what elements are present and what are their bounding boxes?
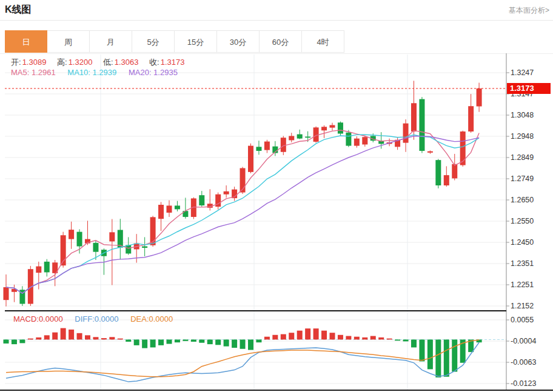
low-value: 1.3063 [115, 58, 139, 67]
svg-text:1.2351: 1.2351 [511, 259, 534, 268]
svg-text:1.2152: 1.2152 [511, 302, 534, 310]
open-label: 开: [11, 58, 21, 67]
last-price-badge: 1.3173 [507, 83, 551, 94]
high-value: 1.3200 [69, 58, 93, 67]
macd-value-legend: MACD:0.0000 [13, 314, 63, 324]
macd-legend: MACD:0.0000 DIFF:0.0000 DEA:0.0000 [13, 314, 183, 324]
svg-text:-0.0123: -0.0123 [511, 379, 536, 388]
ma10-legend: MA10: 1.2939 [67, 68, 116, 77]
ma5-legend: MA5: 1.2961 [11, 68, 56, 77]
diff-value-legend: DIFF:0.0000 [75, 314, 118, 324]
svg-text:1.2948: 1.2948 [511, 132, 534, 141]
dea-value-legend: DEA:0.0000 [130, 314, 173, 324]
high-label: 高: [57, 58, 67, 67]
svg-text:0.0055: 0.0055 [511, 316, 534, 324]
ma20-legend: MA20: 1.2935 [129, 68, 178, 77]
open-value: 1.3089 [22, 58, 47, 67]
svg-text:1.2251: 1.2251 [511, 281, 534, 289]
svg-text:1.2849: 1.2849 [511, 153, 534, 162]
close-label: 收: [149, 58, 159, 67]
svg-text:1.3247: 1.3247 [511, 68, 534, 77]
candlestick-pane [4, 81, 482, 306]
svg-text:1.2749: 1.2749 [511, 174, 534, 183]
ohlc-legend: 开:1.3089 高:1.3200 低:1.3063 收:1.3173 [11, 57, 193, 68]
macd-pane [4, 328, 507, 382]
ma-legend: MA5: 1.2961 MA10: 1.2939 MA20: 1.2935 [11, 68, 187, 77]
close-value: 1.3173 [161, 58, 185, 67]
svg-text:1.3048: 1.3048 [511, 111, 534, 119]
svg-text:1.2650: 1.2650 [511, 196, 534, 204]
svg-text:1.2550: 1.2550 [511, 217, 534, 225]
low-label: 低: [103, 58, 113, 67]
svg-text:-0.0004: -0.0004 [511, 337, 536, 345]
kline-widget: K线图 基本面分析> 日周月5分15分30分60分4时 1.32471.3147… [0, 0, 553, 392]
svg-text:-0.0063: -0.0063 [511, 358, 536, 367]
ma-lines [5, 88, 506, 293]
svg-text:1.2450: 1.2450 [511, 238, 534, 247]
